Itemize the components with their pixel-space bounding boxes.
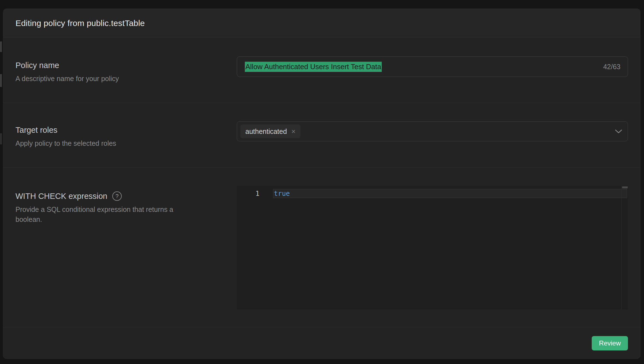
target-roles-description: Apply policy to the selected roles (15, 139, 237, 149)
occluded-background-text (0, 74, 2, 87)
target-roles-select[interactable]: authenticated × (237, 121, 628, 141)
with-check-label: WITH CHECK expression (15, 192, 107, 201)
role-chip-label: authenticated (245, 128, 287, 136)
with-check-description: Provide a SQL conditional expression tha… (15, 205, 195, 224)
dialog-header: Editing policy from public.testTable (3, 9, 640, 38)
occluded-background-text (0, 133, 2, 144)
help-icon[interactable]: ? (112, 191, 122, 201)
policy-name-description: A descriptive name for your policy (15, 74, 237, 84)
policy-name-value-selected: Allow Authenticated Users Insert Test Da… (245, 62, 382, 72)
dialog-title: Editing policy from public.testTable (15, 19, 145, 28)
editor-code-text: true (273, 190, 290, 197)
target-roles-label: Target roles (15, 126, 237, 135)
sql-expression-editor[interactable]: 1 true (237, 186, 628, 310)
policy-name-label: Policy name (15, 61, 237, 70)
role-chip-authenticated[interactable]: authenticated × (240, 124, 300, 138)
with-check-section: WITH CHECK expression ? Provide a SQL co… (3, 168, 640, 327)
editor-minimap-content (622, 186, 628, 188)
editor-minimap-divider (621, 186, 622, 310)
chevron-down-icon[interactable] (615, 129, 622, 134)
remove-icon[interactable]: × (291, 128, 295, 135)
policy-name-input[interactable]: Allow Authenticated Users Insert Test Da… (237, 56, 628, 77)
target-roles-section: Target roles Apply policy to the selecte… (3, 103, 640, 168)
editor-current-line: true (273, 189, 627, 198)
edit-policy-dialog: Editing policy from public.testTable Pol… (3, 9, 640, 359)
dialog-footer: Review (3, 327, 640, 359)
character-counter: 42/63 (603, 63, 620, 71)
occluded-background-text (0, 41, 2, 52)
review-button[interactable]: Review (592, 336, 628, 350)
with-check-label-row: WITH CHECK expression ? (15, 191, 237, 201)
policy-name-section: Policy name A descriptive name for your … (3, 38, 640, 103)
editor-line-number: 1 (237, 189, 259, 198)
